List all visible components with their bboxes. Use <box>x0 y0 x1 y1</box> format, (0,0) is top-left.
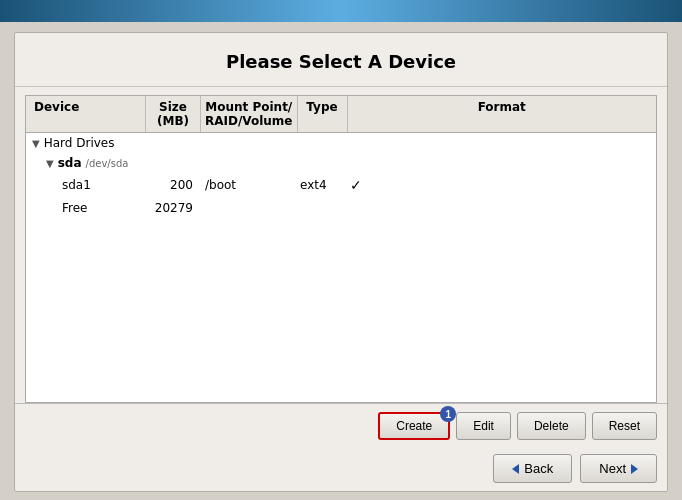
create-button[interactable]: Create 1 <box>378 412 450 440</box>
cell-format-free <box>346 206 656 210</box>
col-header-size: Size(MB) <box>146 96 201 132</box>
col-header-mount: Mount Point/RAID/Volume <box>201 96 298 132</box>
sda-label: sda <box>58 156 82 170</box>
expand-arrow-hard-drives[interactable]: ▼ <box>32 138 40 149</box>
back-button[interactable]: Back <box>493 454 572 483</box>
edit-button[interactable]: Edit <box>456 412 511 440</box>
col-header-format: Format <box>348 96 656 132</box>
top-bar <box>0 0 682 22</box>
partition-table: Device Size(MB) Mount Point/RAID/Volume … <box>25 95 657 403</box>
col-header-device: Device <box>26 96 146 132</box>
cell-device-sda1: sda1 <box>26 176 146 194</box>
reset-button[interactable]: Reset <box>592 412 657 440</box>
actions-row: Create 1 Edit Delete Reset <box>15 403 667 448</box>
main-window: Please Select A Device Device Size(MB) M… <box>14 32 668 492</box>
delete-button[interactable]: Delete <box>517 412 586 440</box>
cell-size-free: 20279 <box>146 199 201 217</box>
next-arrow-icon <box>631 464 638 474</box>
page-title: Please Select A Device <box>25 51 657 72</box>
cell-device-free: Free <box>26 199 146 217</box>
next-button[interactable]: Next <box>580 454 657 483</box>
cell-mount-free <box>201 206 296 210</box>
cell-type-sda1: ext4 <box>296 176 346 194</box>
cell-mount-sda1: /boot <box>201 176 296 194</box>
format-checkmark: ✓ <box>350 177 362 193</box>
table-body: ▼ Hard Drives ▼ sda /dev/sda sda1 200 /b… <box>26 133 656 219</box>
cell-type-free <box>296 206 346 210</box>
title-area: Please Select A Device <box>15 33 667 87</box>
back-label: Back <box>524 461 553 476</box>
back-arrow-icon <box>512 464 519 474</box>
table-header: Device Size(MB) Mount Point/RAID/Volume … <box>26 96 656 133</box>
sub-header-sda: ▼ sda /dev/sda <box>26 153 656 173</box>
nav-row: Back Next <box>15 448 667 491</box>
table-row[interactable]: Free 20279 <box>26 197 656 219</box>
next-label: Next <box>599 461 626 476</box>
cell-size-sda1: 200 <box>146 176 201 194</box>
table-row[interactable]: sda1 200 /boot ext4 ✓ <box>26 173 656 197</box>
group-hard-drives: ▼ Hard Drives <box>26 133 656 153</box>
col-header-type: Type <box>298 96 348 132</box>
cell-format-sda1: ✓ <box>346 175 656 195</box>
group-label-hard-drives: Hard Drives <box>44 136 115 150</box>
sda-path: /dev/sda <box>86 158 129 169</box>
expand-arrow-sda[interactable]: ▼ <box>46 158 54 169</box>
create-badge: 1 <box>440 406 456 422</box>
